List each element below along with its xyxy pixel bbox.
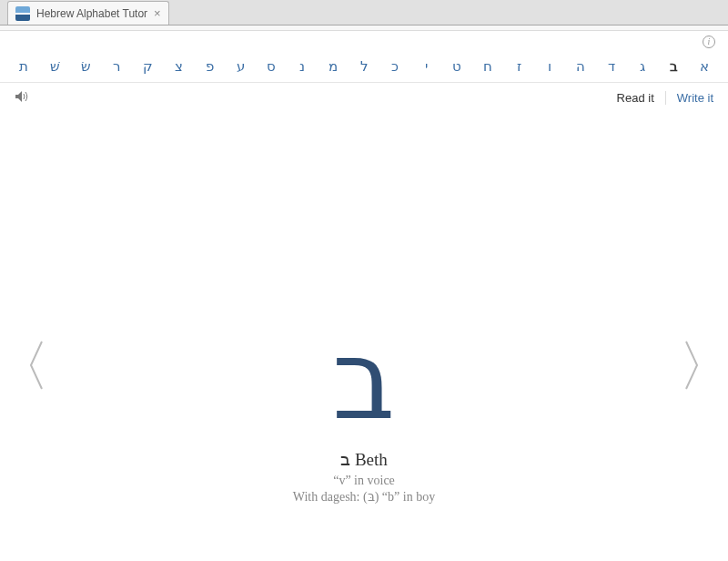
alphabet-letter[interactable]: ה bbox=[573, 58, 588, 75]
tab-title: Hebrew Alphabet Tutor bbox=[36, 7, 147, 20]
alphabet-letter[interactable]: ק bbox=[140, 58, 155, 75]
alphabet-letter[interactable]: י bbox=[419, 58, 433, 75]
close-tab-icon[interactable]: × bbox=[154, 7, 161, 19]
favicon-icon bbox=[15, 6, 30, 21]
controls-row: Read it Write it bbox=[0, 83, 728, 106]
alphabet-letter[interactable]: שׁ bbox=[47, 58, 62, 75]
alphabet-letter[interactable]: נ bbox=[295, 58, 309, 75]
alphabet-letter[interactable]: ט bbox=[450, 58, 464, 75]
card-name-hebrew: ב bbox=[340, 450, 350, 469]
info-row: i bbox=[0, 31, 728, 53]
card-name-latin: Beth bbox=[355, 450, 388, 469]
alphabet-letter[interactable]: א bbox=[697, 58, 712, 75]
alphabet-letter[interactable]: שׂ bbox=[78, 58, 93, 75]
alphabet-letter[interactable]: ר bbox=[109, 58, 124, 75]
alphabet-letter[interactable]: ס bbox=[264, 58, 278, 75]
card-pronunciation-1: “v” in voice bbox=[293, 474, 435, 488]
alphabet-letter[interactable]: ת bbox=[16, 58, 31, 75]
alphabet-letter[interactable]: ג bbox=[635, 58, 650, 75]
card-content: ב ב Beth “v” in voice With dagesh: (בּ) … bbox=[293, 327, 435, 505]
card-letter-name: ב Beth bbox=[293, 449, 435, 470]
alphabet-letter[interactable]: צ bbox=[171, 58, 186, 75]
alphabet-letter[interactable]: פ bbox=[202, 58, 217, 75]
alphabet-letter[interactable]: ו bbox=[542, 58, 557, 75]
alphabet-letter[interactable]: מ bbox=[326, 58, 340, 75]
alphabet-strip: תשׁשׂרקצפעסנמלכיטחזוהדגבא bbox=[0, 53, 728, 83]
alphabet-letter[interactable]: ע bbox=[233, 58, 248, 75]
alphabet-letter[interactable]: ל bbox=[357, 58, 371, 75]
card-pronunciation-2: With dagesh: (בּ) “b” in boy bbox=[293, 489, 435, 505]
mode-read[interactable]: Read it bbox=[617, 91, 654, 105]
alphabet-letter[interactable]: ח bbox=[480, 58, 495, 75]
alphabet-letter[interactable]: כ bbox=[388, 58, 402, 75]
alphabet-letter[interactable]: ד bbox=[604, 58, 619, 75]
card-letter: ב bbox=[293, 327, 435, 436]
alphabet-letter[interactable]: ז bbox=[511, 58, 526, 75]
speaker-icon[interactable] bbox=[15, 90, 30, 106]
browser-tab[interactable]: Hebrew Alphabet Tutor × bbox=[7, 1, 169, 25]
alphabet-letter[interactable]: ב bbox=[666, 58, 681, 75]
mode-write[interactable]: Write it bbox=[665, 91, 713, 105]
info-icon[interactable]: i bbox=[703, 36, 715, 48]
next-arrow[interactable] bbox=[673, 333, 710, 397]
prev-arrow[interactable] bbox=[18, 333, 55, 397]
browser-tab-bar: Hebrew Alphabet Tutor × bbox=[0, 0, 728, 26]
flashcard-area: ב ב Beth “v” in voice With dagesh: (בּ) … bbox=[0, 106, 728, 543]
